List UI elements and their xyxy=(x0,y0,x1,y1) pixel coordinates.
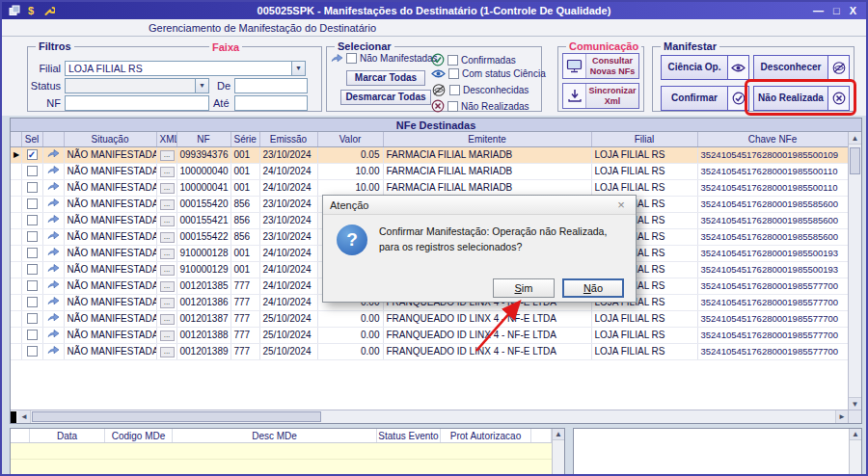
row-select-cell[interactable] xyxy=(21,245,42,261)
xml-cell[interactable]: ... xyxy=(156,310,176,327)
column-header[interactable]: Situação xyxy=(64,132,156,146)
filial-combobox[interactable]: LOJA FILIAL RS ▼ xyxy=(65,61,306,76)
column-header[interactable]: Série xyxy=(231,132,259,146)
close-button[interactable]: X xyxy=(850,5,856,16)
dialog-close-icon[interactable]: × xyxy=(613,198,629,212)
xml-cell[interactable]: ... xyxy=(156,294,176,310)
xml-ellipsis-button[interactable]: ... xyxy=(160,150,175,161)
column-header[interactable]: Emitente xyxy=(383,132,591,146)
nao-button[interactable]: Não xyxy=(562,278,624,298)
column-header[interactable]: XML xyxy=(156,132,176,146)
scroll-left-arrow[interactable]: ◄ xyxy=(18,410,31,423)
horizontal-scrollbar[interactable]: ◄ ► xyxy=(11,410,848,423)
hscroll-thumb[interactable] xyxy=(32,411,321,422)
xml-cell[interactable]: ... xyxy=(156,245,176,261)
row-checkbox[interactable] xyxy=(27,231,38,242)
scroll-down-arrow[interactable]: ▼ xyxy=(849,397,861,410)
table-row[interactable]: NÃO MANIFESTADA...00120138777725/10/2024… xyxy=(11,310,848,327)
table-row[interactable]: NÃO MANIFESTADA...00120138877725/10/2024… xyxy=(11,327,848,343)
xml-cell[interactable]: ... xyxy=(156,343,176,359)
scroll-up-arrow[interactable]: ▲ xyxy=(849,132,861,145)
row-checkbox[interactable] xyxy=(27,248,38,258)
xml-ellipsis-button[interactable]: ... xyxy=(160,314,175,325)
ciencia-op-button[interactable]: Ciência Op. xyxy=(661,55,749,80)
bottom-col-header[interactable]: Status Evento xyxy=(377,429,441,442)
column-header[interactable] xyxy=(42,132,64,146)
filial-dropdown-arrow[interactable]: ▼ xyxy=(291,62,305,75)
confirmar-button[interactable]: Confirmar xyxy=(661,86,749,111)
column-header[interactable]: Chave NFe xyxy=(697,132,848,146)
row-select-cell[interactable]: ✓ xyxy=(21,146,42,163)
column-header[interactable]: Valor xyxy=(317,132,383,146)
bottom-col-header[interactable]: Prot Autorizacao xyxy=(441,429,531,442)
row-checkbox[interactable] xyxy=(27,297,38,307)
row-select-cell[interactable] xyxy=(21,310,42,327)
row-checkbox[interactable] xyxy=(27,264,38,275)
confirmadas-checkbox[interactable] xyxy=(448,55,458,66)
xml-cell[interactable]: ... xyxy=(156,163,176,179)
row-select-cell[interactable] xyxy=(21,228,42,245)
xml-cell[interactable]: ... xyxy=(156,228,176,245)
xml-cell[interactable]: ... xyxy=(156,179,176,196)
row-select-cell[interactable] xyxy=(21,261,42,278)
xml-cell[interactable]: ... xyxy=(156,196,176,212)
xml-cell[interactable]: ... xyxy=(156,146,176,163)
maximize-button[interactable]: □ xyxy=(833,5,840,16)
table-row[interactable]: ▶✓NÃO MANIFESTADA...09939437600123/10/20… xyxy=(11,146,848,163)
xml-ellipsis-button[interactable]: ... xyxy=(160,167,175,177)
scroll-up-arrow[interactable]: ▲ xyxy=(850,429,861,440)
status-combobox[interactable]: ▼ xyxy=(65,78,209,93)
status-dropdown-arrow[interactable]: ▼ xyxy=(195,79,208,93)
sincronizar-xml-button[interactable]: Sincronizar Xml xyxy=(562,83,639,109)
column-header[interactable]: Filial xyxy=(591,132,697,146)
xml-ellipsis-button[interactable]: ... xyxy=(160,281,175,292)
desconhecer-button[interactable]: Desconhecer xyxy=(753,55,850,80)
xml-cell[interactable]: ... xyxy=(156,261,176,278)
nao-realizadas-checkbox[interactable] xyxy=(448,101,458,112)
nao-manifestadas-checkbox[interactable] xyxy=(346,53,357,64)
row-checkbox[interactable] xyxy=(27,330,38,340)
row-select-cell[interactable] xyxy=(21,327,42,343)
row-checkbox[interactable]: ✓ xyxy=(27,149,38,160)
xml-ellipsis-button[interactable]: ... xyxy=(160,331,175,341)
xml-ellipsis-button[interactable]: ... xyxy=(160,298,175,308)
row-checkbox[interactable] xyxy=(27,280,38,291)
minimize-button[interactable]: — xyxy=(813,5,824,16)
column-header[interactable]: NF xyxy=(176,132,231,146)
xml-ellipsis-button[interactable]: ... xyxy=(160,347,175,357)
bottom-col-header[interactable]: Data xyxy=(30,429,105,442)
xml-ellipsis-button[interactable]: ... xyxy=(160,183,175,194)
ate-input[interactable] xyxy=(234,95,308,111)
row-select-cell[interactable] xyxy=(21,294,42,310)
nf-input[interactable] xyxy=(65,95,209,111)
row-select-cell[interactable] xyxy=(21,343,42,359)
row-checkbox[interactable] xyxy=(27,166,38,176)
xml-ellipsis-button[interactable]: ... xyxy=(160,199,175,210)
bottom-col-header[interactable]: Desc MDe xyxy=(173,429,377,442)
scroll-right-arrow[interactable]: ► xyxy=(835,410,848,423)
scroll-up-arrow[interactable]: ▲ xyxy=(553,429,564,440)
column-header[interactable]: Sel xyxy=(21,132,42,146)
row-checkbox[interactable] xyxy=(27,313,38,324)
row-checkbox[interactable] xyxy=(27,182,38,193)
xml-cell[interactable]: ... xyxy=(156,327,176,343)
xml-ellipsis-button[interactable]: ... xyxy=(160,265,175,276)
detail-memo-panel[interactable]: ▲ xyxy=(573,428,862,476)
memo-scrollbar[interactable]: ▲ xyxy=(849,429,861,476)
marcar-todas-button[interactable]: Marcar Todas xyxy=(346,70,425,86)
row-select-cell[interactable] xyxy=(21,196,42,212)
row-select-cell[interactable] xyxy=(21,163,42,179)
column-header[interactable] xyxy=(11,132,21,146)
com-status-ciencia-checkbox[interactable] xyxy=(448,68,459,79)
column-header[interactable]: Emissão xyxy=(259,132,317,146)
mde-grid-scrollbar[interactable]: ▲ xyxy=(552,429,564,476)
table-row[interactable]: NÃO MANIFESTADA...10000004100124/10/2024… xyxy=(11,179,848,196)
xml-cell[interactable]: ... xyxy=(156,212,176,228)
vertical-scrollbar[interactable]: ▲ ▼ xyxy=(848,132,861,410)
xml-ellipsis-button[interactable]: ... xyxy=(160,216,175,226)
row-checkbox[interactable] xyxy=(27,198,38,209)
xml-ellipsis-button[interactable]: ... xyxy=(160,249,175,259)
row-select-cell[interactable] xyxy=(21,212,42,228)
row-checkbox[interactable] xyxy=(27,346,38,357)
row-select-cell[interactable] xyxy=(21,179,42,196)
